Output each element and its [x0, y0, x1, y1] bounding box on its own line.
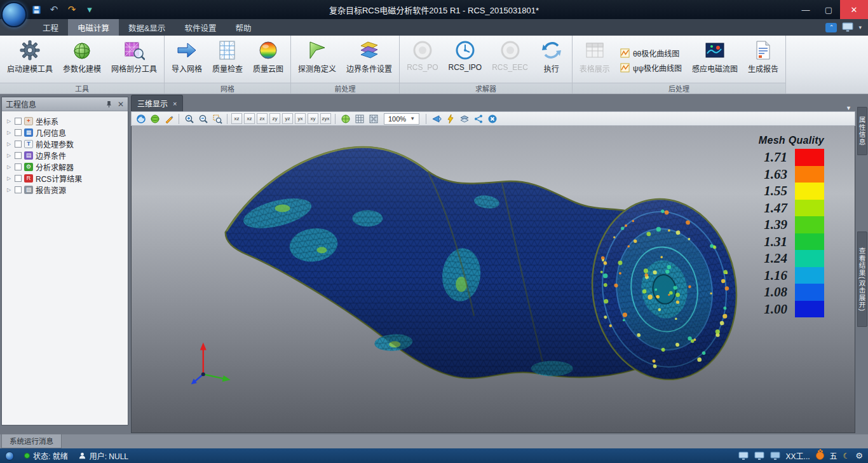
probe-bolt-icon[interactable] [444, 113, 456, 125]
tree-checkbox[interactable] [15, 141, 22, 148]
layers-icon[interactable] [458, 113, 470, 125]
shading-mode-icon[interactable] [339, 113, 351, 125]
psi-polarization-curve-button[interactable]: ψψ极化曲线图 [620, 62, 682, 73]
grid-display-icon[interactable] [353, 113, 365, 125]
taskbar-window-icon[interactable] [754, 452, 764, 460]
tray-app-text[interactable]: XX工... [786, 450, 810, 461]
probe-angle-button[interactable]: 探测角定义 [293, 38, 341, 83]
generate-report-button[interactable]: 生成报告 [743, 38, 783, 83]
quality-cloud-button[interactable]: 质量云图 [248, 38, 288, 83]
display-dropdown-icon[interactable]: ▾ [858, 24, 862, 31]
table-display-button[interactable]: 表格展示 [574, 38, 615, 83]
app-logo-icon[interactable] [1, 2, 27, 27]
expand-arrow-icon[interactable]: ▷ [6, 164, 12, 170]
system-messages-tab[interactable]: 系统运行消息 [1, 434, 62, 448]
tab-data-display[interactable]: 数据&显示 [119, 19, 175, 36]
tab-em-computation[interactable]: 电磁计算 [68, 19, 119, 36]
view-button-6[interactable]: yx [295, 113, 306, 124]
expand-arrow-icon[interactable]: ▷ [6, 130, 12, 135]
expand-arrow-icon[interactable]: ▷ [6, 141, 12, 147]
solver-rcs-eec-button[interactable]: RCS_EEC [487, 38, 533, 83]
view-button-2[interactable]: xz [244, 113, 255, 124]
tree-item-rcs-result[interactable]: ▷ RCS计算结果 [4, 172, 128, 184]
save-button[interactable] [31, 4, 42, 15]
zoom-extents-icon[interactable] [211, 113, 223, 125]
display-mode-icon[interactable] [842, 22, 853, 32]
tree-item-preprocess-params[interactable]: ▷ 前处理参数 [4, 138, 128, 149]
viewport-3d-canvas[interactable]: Mesh Quality 1.71 1.63 1.55 1.47 1.39 1.… [131, 126, 855, 433]
expand-arrow-icon[interactable]: ▷ [6, 176, 12, 181]
minimize-button[interactable]: — [794, 0, 817, 19]
view-button-5[interactable]: yz [282, 113, 293, 124]
taskbar-window-icon[interactable] [738, 452, 749, 460]
collapse-ribbon-icon[interactable]: ⌃ [825, 23, 837, 32]
user-icon [78, 452, 86, 460]
close-view-icon[interactable] [486, 113, 498, 125]
tree-checkbox[interactable] [15, 186, 22, 193]
tab-project[interactable]: 工程 [33, 19, 68, 36]
tab-list-dropdown-icon[interactable]: ▼ [846, 105, 855, 111]
ime-paw-icon[interactable] [816, 452, 824, 460]
dock-tab-view-results[interactable]: 查看结果(双击展开) [857, 232, 867, 327]
tree-checkbox[interactable] [15, 129, 22, 136]
import-mesh-button[interactable]: 导入网格 [166, 38, 207, 83]
tree-checkbox[interactable] [15, 152, 22, 159]
solver-rcs-po-button[interactable]: RCS_PO [402, 38, 443, 83]
export-view-icon[interactable] [472, 113, 484, 125]
legend-color-swatch [795, 216, 824, 233]
tab-help[interactable]: 帮助 [226, 19, 261, 36]
mesh-partition-tool-button[interactable]: 网格剖分工具 [106, 38, 162, 83]
pin-icon[interactable] [105, 100, 112, 107]
execute-button[interactable]: 执行 [533, 38, 570, 83]
tree-item-coordinate-system[interactable]: ▷ 坐标系 [4, 115, 128, 127]
launch-modeling-tool-button[interactable]: 启动建模工具 [2, 38, 58, 83]
solver-rcs-ipo-button[interactable]: RCS_IPO [443, 38, 487, 83]
dock-tab-properties[interactable]: 属性信息 [857, 107, 867, 155]
zoom-in-icon[interactable] [183, 113, 195, 125]
theta-polarization-curve-button[interactable]: θθ极化曲线图 [620, 48, 682, 59]
tree-item-geometry-info[interactable]: ▷ 几何信息 [4, 127, 128, 138]
undo-button[interactable]: ↶ [48, 4, 60, 15]
edit-pencil-icon[interactable] [163, 113, 175, 125]
tab-close-icon[interactable]: × [173, 100, 177, 107]
taskbar-window-icon[interactable] [770, 452, 780, 460]
tree-checkbox[interactable] [15, 118, 22, 125]
qat-dropdown-icon[interactable]: ▾ [84, 4, 95, 15]
mesh-display-icon[interactable] [367, 113, 379, 125]
moon-icon[interactable]: ☾ [843, 452, 850, 460]
tray-gear-icon[interactable]: ⚙ [855, 451, 863, 460]
maximize-button[interactable]: ▢ [817, 0, 840, 19]
tree-item-analysis-solver[interactable]: ▷ 分析求解器 [4, 161, 128, 172]
legend-color-swatch [795, 200, 824, 217]
tree-checkbox[interactable] [15, 163, 22, 170]
view-button-8[interactable]: zyx [320, 113, 331, 124]
zoom-level-select[interactable]: 100% ▼ [384, 113, 419, 125]
shaded-view-icon[interactable] [149, 113, 161, 125]
view-button-3[interactable]: zx [257, 113, 268, 124]
expand-arrow-icon[interactable]: ▷ [6, 153, 12, 158]
tree-item-report-resource[interactable]: ▷ 报告资源 [4, 184, 128, 195]
tab-3d-display[interactable]: 三维显示 × [131, 95, 183, 111]
view-button-4[interactable]: zy [269, 113, 280, 124]
panel-close-icon[interactable]: ✕ [118, 100, 124, 108]
induced-em-current-map-button[interactable]: 感应电磁流图 [687, 38, 743, 83]
camera-cone-icon[interactable] [430, 113, 442, 125]
expand-arrow-icon[interactable]: ▷ [6, 187, 12, 193]
tree-checkbox[interactable] [15, 175, 22, 182]
tree-item-boundary-condition[interactable]: ▷ 边界条件 [4, 149, 128, 161]
expand-arrow-icon[interactable]: ▷ [6, 118, 12, 124]
redo-button[interactable]: ↷ [66, 4, 78, 15]
ime-mode-label[interactable]: 五 [830, 450, 837, 461]
zoom-out-icon[interactable] [197, 113, 209, 125]
legend-color-swatch [795, 250, 824, 267]
close-button[interactable]: ✕ [840, 0, 868, 19]
view-button-1[interactable]: xz [231, 113, 242, 124]
parametric-modeling-button[interactable]: 参数化建模 [58, 38, 106, 83]
orbit-icon[interactable] [135, 113, 147, 125]
gear-icon [19, 39, 41, 61]
view-button-7[interactable]: xy [308, 113, 318, 124]
quality-check-button[interactable]: 质量检查 [207, 38, 248, 83]
boundary-condition-settings-button[interactable]: 边界条件设置 [341, 38, 397, 83]
tab-software-settings[interactable]: 软件设置 [175, 19, 226, 36]
viewport-toolbar: xz xz zx zy yz yx xy zyx 100% [131, 111, 855, 126]
